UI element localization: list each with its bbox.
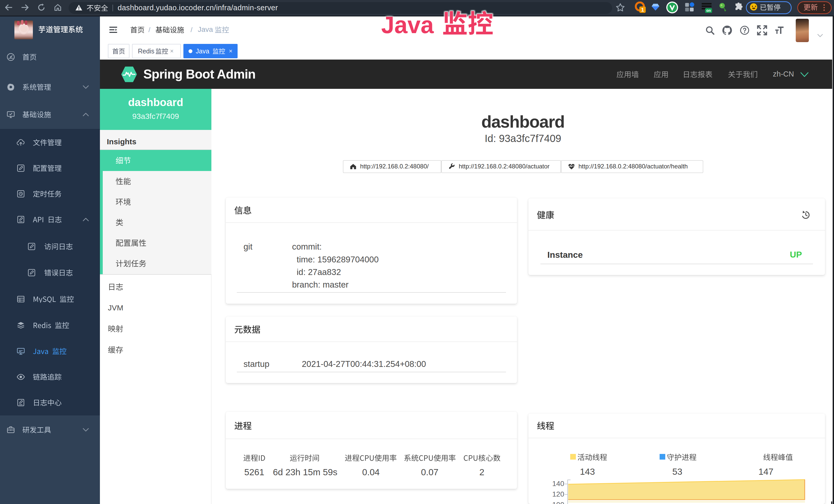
svg-text:1: 1	[641, 7, 644, 13]
svg-text:on: on	[706, 8, 711, 13]
